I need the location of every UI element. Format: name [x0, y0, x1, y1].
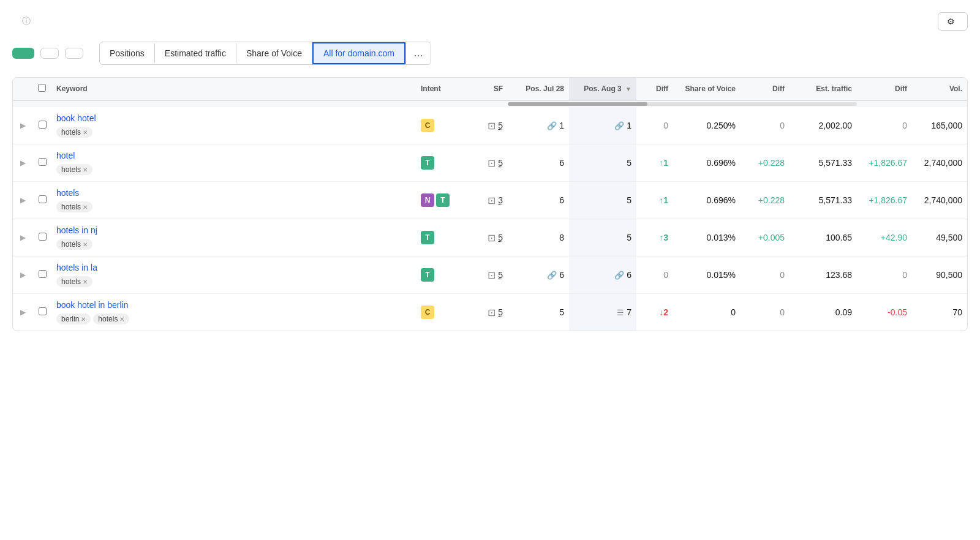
sov-diff-cell: +0.005: [741, 219, 790, 257]
tab-all-domain[interactable]: All for domain.com: [312, 42, 405, 64]
row-checkbox[interactable]: [39, 270, 47, 278]
row-expand-button[interactable]: ▶: [18, 195, 28, 206]
tab-more-button[interactable]: …: [405, 43, 431, 64]
intent-badge-T: T: [421, 268, 434, 282]
sf-number[interactable]: 5: [498, 270, 503, 280]
sf-number[interactable]: 5: [498, 121, 503, 130]
row-checkbox-cell[interactable]: [33, 257, 51, 294]
header-left: ⓘ: [12, 16, 31, 27]
row-checkbox[interactable]: [39, 233, 47, 241]
header-checkbox[interactable]: [33, 78, 51, 100]
sf-number[interactable]: 5: [498, 307, 503, 317]
sf-cell: ⊡ 5: [459, 219, 508, 257]
row-expand-button[interactable]: ▶: [18, 232, 28, 243]
scrollbar-track-cell[interactable]: [508, 100, 857, 107]
sov-cell: 0.696%: [673, 182, 741, 219]
header-vol[interactable]: Vol.: [912, 78, 967, 100]
pos-jul28-cell: 5: [508, 294, 569, 331]
header-pos-aug3[interactable]: Pos. Aug 3 ▼: [569, 78, 636, 100]
pos-aug3-cell: 5: [569, 219, 636, 257]
table-row: ▶ book hotel in berlin berlin ✕hotels ✕ …: [13, 294, 967, 331]
sf-feature-icon: ⊡: [488, 269, 496, 281]
row-checkbox-cell[interactable]: [33, 294, 51, 331]
scroll-thumb[interactable]: [508, 102, 647, 106]
tag-remove[interactable]: ✕: [83, 204, 88, 211]
header-pos-jul28[interactable]: Pos. Jul 28: [508, 78, 569, 100]
keyword-link[interactable]: hotel: [56, 151, 411, 160]
scroll-track[interactable]: [508, 102, 857, 106]
header-intent[interactable]: Intent: [416, 78, 459, 100]
rankings-table: Keyword Intent SF Pos. Jul 28 Pos. Aug 3…: [12, 77, 968, 331]
actions-button[interactable]: [65, 48, 83, 59]
tab-estimated-traffic[interactable]: Estimated traffic: [155, 43, 236, 63]
keyword-tag: hotels ✕: [56, 164, 92, 175]
row-checkbox[interactable]: [39, 195, 47, 203]
keyword-link[interactable]: book hotel in berlin: [56, 300, 411, 310]
sf-cell: ⊡ 3: [459, 182, 508, 219]
tag-remove[interactable]: ✕: [83, 129, 88, 136]
pos-aug3-cell: ☰ 7: [569, 294, 636, 331]
diff-cell: ↓2: [636, 294, 673, 331]
sf-value: ⊡ 5: [464, 232, 503, 244]
table-settings-button[interactable]: ⚙: [938, 12, 968, 31]
keyword-link[interactable]: hotels in nj: [56, 225, 411, 235]
sf-value: ⊡ 5: [464, 120, 503, 132]
scrollbar-right: [857, 100, 967, 107]
diff-cell: ↑1: [636, 144, 673, 182]
header-sf[interactable]: SF: [459, 78, 508, 100]
header-est-diff[interactable]: Diff: [857, 78, 912, 100]
header-keyword[interactable]: Keyword: [51, 78, 416, 100]
row-expand-cell: ▶: [13, 144, 33, 182]
sov-cell: 0.013%: [673, 219, 741, 257]
row-checkbox[interactable]: [39, 158, 47, 166]
select-all-checkbox[interactable]: [38, 84, 46, 92]
keyword-link[interactable]: hotels in la: [56, 263, 411, 272]
scrollbar-row: [13, 100, 967, 107]
row-expand-cell: ▶: [13, 107, 33, 144]
tag-remove[interactable]: ✕: [83, 279, 88, 285]
intent-badge-N: N: [421, 193, 434, 207]
diff-cell: 0: [636, 107, 673, 144]
row-expand-button[interactable]: ▶: [18, 307, 28, 318]
row-checkbox-cell[interactable]: [33, 144, 51, 182]
pos-jul28-cell: 6: [508, 182, 569, 219]
est-diff-cell: 0: [857, 107, 912, 144]
header-est-traffic[interactable]: Est. traffic: [790, 78, 857, 100]
row-expand-button[interactable]: ▶: [18, 120, 28, 131]
sf-number[interactable]: 5: [498, 158, 503, 168]
row-expand-button[interactable]: ▶: [18, 269, 28, 280]
row-expand-button[interactable]: ▶: [18, 157, 28, 168]
tab-positions[interactable]: Positions: [100, 43, 155, 63]
intent-cell: NT: [416, 182, 459, 219]
sf-feature-icon: ⊡: [488, 195, 496, 206]
tag-remove[interactable]: ✕: [119, 316, 124, 323]
row-checkbox[interactable]: [39, 121, 47, 129]
keyword-tag: hotels ✕: [56, 276, 92, 287]
tag-remove[interactable]: ✕: [83, 167, 88, 173]
row-checkbox[interactable]: [39, 307, 47, 315]
est-diff-cell: +42.90: [857, 219, 912, 257]
table-row: ▶ hotels hotels ✕ NT ⊡ 3 6 5 ↑1 0.696% +…: [13, 182, 967, 219]
add-keywords-button[interactable]: [40, 48, 59, 59]
row-checkbox-cell[interactable]: [33, 107, 51, 144]
tag-remove[interactable]: ✕: [83, 241, 88, 248]
keyword-tags: hotels ✕: [56, 275, 411, 287]
intent-group: C: [421, 119, 454, 132]
keyword-link[interactable]: hotels: [56, 188, 411, 198]
est-traffic-cell: 100.65: [790, 219, 857, 257]
sf-number[interactable]: 5: [498, 233, 503, 242]
table-header-row: Keyword Intent SF Pos. Jul 28 Pos. Aug 3…: [13, 78, 967, 100]
buy-keywords-button[interactable]: [12, 48, 34, 59]
keyword-link[interactable]: book hotel: [56, 113, 411, 123]
header-sov-diff[interactable]: Diff: [741, 78, 790, 100]
keyword-tags: berlin ✕hotels ✕: [56, 312, 411, 324]
row-checkbox-cell[interactable]: [33, 182, 51, 219]
tag-remove[interactable]: ✕: [81, 316, 86, 323]
row-expand-cell: ▶: [13, 257, 33, 294]
header-diff1[interactable]: Diff: [636, 78, 673, 100]
info-icon[interactable]: ⓘ: [22, 16, 31, 27]
sf-number[interactable]: 3: [498, 195, 503, 205]
row-checkbox-cell[interactable]: [33, 219, 51, 257]
tab-share-of-voice[interactable]: Share of Voice: [236, 43, 312, 63]
header-sov[interactable]: Share of Voice: [673, 78, 741, 100]
